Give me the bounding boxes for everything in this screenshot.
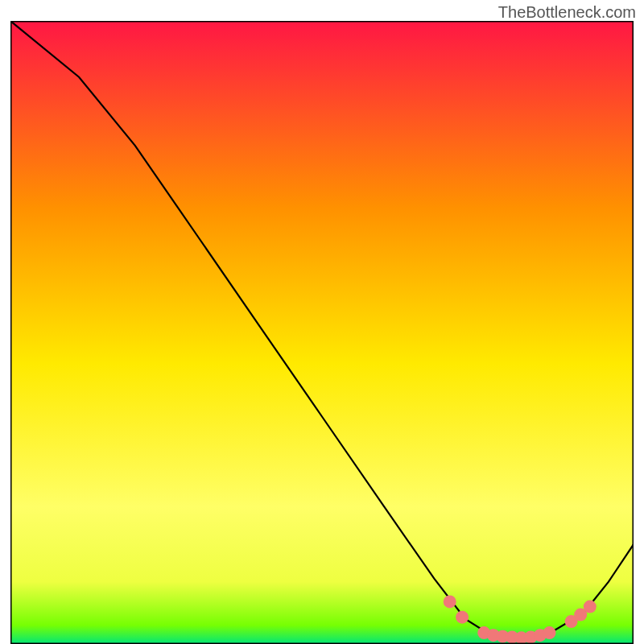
attribution-text: TheBottleneck.com <box>498 3 636 22</box>
chart-svg <box>10 21 634 644</box>
data-marker <box>543 626 556 639</box>
data-marker <box>584 601 597 613</box>
data-marker <box>444 595 456 608</box>
gradient-background <box>10 21 634 644</box>
chart-area <box>10 21 634 644</box>
data-marker <box>456 611 469 624</box>
